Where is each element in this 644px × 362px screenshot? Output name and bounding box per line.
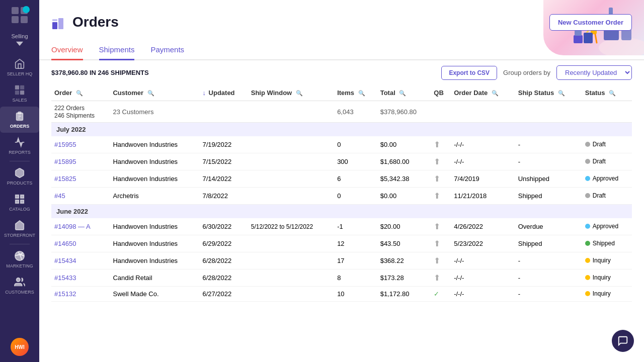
cell-ship-window xyxy=(248,170,334,188)
chat-button[interactable] xyxy=(612,330,634,352)
shipment-summary: $378,960.80 IN 246 SHIPMENTS xyxy=(51,69,435,76)
order-link[interactable]: #15825 xyxy=(54,175,76,183)
sidebar-item-storefront[interactable]: STOREFRONT xyxy=(0,216,39,242)
qb-check-icon: ✓ xyxy=(434,290,439,298)
order-link[interactable]: #15132 xyxy=(54,290,76,298)
total-search-icon[interactable]: 🔍 xyxy=(399,90,406,96)
cell-order: #15434 xyxy=(51,252,110,269)
cell-qb: ⬆ xyxy=(431,136,451,153)
sales-label: SALES xyxy=(12,98,27,103)
qb-upload-icon: ⬆ xyxy=(434,256,440,265)
export-csv-button[interactable]: Export to CSV xyxy=(441,66,497,80)
tab-shipments[interactable]: Shipments xyxy=(99,40,135,60)
cell-order: #15433 xyxy=(51,269,110,287)
status-text: Draft xyxy=(593,158,606,165)
col-total: Total 🔍 xyxy=(377,85,431,101)
order-link[interactable]: #45 xyxy=(54,192,65,200)
cell-ship-status: - xyxy=(515,287,582,302)
order-link[interactable]: #15895 xyxy=(54,158,76,165)
status-badge: Approved xyxy=(585,175,618,182)
products-icon xyxy=(14,167,25,178)
sidebar-item-orders[interactable]: ORDERS xyxy=(0,107,39,133)
order-link[interactable]: #14650 xyxy=(54,240,76,247)
sidebar-item-products[interactable]: PRODUCTS xyxy=(0,163,39,190)
updated-sort-icon[interactable]: ↓ xyxy=(202,89,206,97)
cell-updated: 6/27/2022 xyxy=(199,287,248,302)
customers-label: CUSTOMERS xyxy=(5,290,34,295)
qb-upload-icon: ⬆ xyxy=(434,192,440,200)
group-by-select[interactable]: Recently Updated xyxy=(556,65,632,80)
svg-rect-0 xyxy=(12,7,19,14)
avatar-initials: HWI xyxy=(15,344,24,350)
cell-items: 300 xyxy=(334,153,377,170)
ship-status-search-icon[interactable]: 🔍 xyxy=(558,90,565,96)
sidebar-item-marketing[interactable]: MARKETING xyxy=(0,246,39,273)
cell-status: Shipped xyxy=(582,235,632,252)
order-link[interactable]: #14098 — A xyxy=(54,223,91,230)
summary-items: 6,043 xyxy=(334,101,377,123)
status-dot xyxy=(585,176,590,181)
svg-point-20 xyxy=(599,38,644,55)
cell-ship-window xyxy=(248,188,334,205)
svg-rect-2 xyxy=(12,16,19,23)
cell-customer: Handwoven Industries xyxy=(110,252,199,269)
cell-status: Approved xyxy=(582,170,632,188)
customer-search-icon[interactable]: 🔍 xyxy=(147,90,154,96)
status-dot xyxy=(585,193,590,198)
cell-order: #15132 xyxy=(51,287,110,302)
status-dot xyxy=(585,275,590,280)
table-row: #45 Archetris 7/8/2022 0 $0.00 ⬆ 11/21/2… xyxy=(51,188,632,205)
status-text: Approved xyxy=(593,175,618,182)
sidebar-item-customers[interactable]: CUSTOMERS xyxy=(0,273,39,299)
status-dot xyxy=(585,291,590,296)
cell-customer: Archetris xyxy=(110,188,199,205)
cell-order: #15825 xyxy=(51,170,110,188)
cell-customer: Handwoven Industries xyxy=(110,153,199,170)
order-date-search-icon[interactable]: 🔍 xyxy=(492,90,499,96)
selling-dropdown[interactable]: Selling xyxy=(8,30,31,50)
cell-order-date: -/-/- xyxy=(451,287,515,302)
user-avatar[interactable]: HWI xyxy=(11,338,29,356)
table-row: #14098 — A Handwoven Industries 6/30/202… xyxy=(51,218,632,235)
cell-qb: ✓ xyxy=(431,287,451,302)
marketing-label: MARKETING xyxy=(6,263,33,268)
cell-items: 0 xyxy=(334,136,377,153)
cell-status: Draft xyxy=(582,136,632,153)
cell-qb: ⬆ xyxy=(431,188,451,205)
summary-total: $378,960.80 xyxy=(377,101,431,123)
cell-updated: 6/28/2022 xyxy=(199,269,248,287)
cell-order-date: -/-/- xyxy=(451,153,515,170)
catalog-icon xyxy=(14,194,25,205)
notification-bubble xyxy=(23,6,30,13)
col-qb: QB xyxy=(431,85,451,101)
table-row: #15895 Handwoven Industries 7/15/2022 30… xyxy=(51,153,632,170)
cell-customer: Handwoven Industries xyxy=(110,170,199,188)
cell-ship-status: - xyxy=(515,269,582,287)
tab-overview[interactable]: Overview xyxy=(51,40,83,60)
orders-logo-icon xyxy=(51,14,67,30)
col-status: Status 🔍 xyxy=(582,85,632,101)
cell-updated: 7/8/2022 xyxy=(199,188,248,205)
ship-window-search-icon[interactable]: 🔍 xyxy=(296,90,303,96)
tab-payments[interactable]: Payments xyxy=(150,40,184,60)
sidebar-item-seller-hq[interactable]: SELLER HQ xyxy=(0,54,39,80)
cell-customer: Handwoven Industries xyxy=(110,218,199,235)
qb-upload-icon: ⬆ xyxy=(434,157,440,166)
sidebar-item-catalog[interactable]: CATALOG xyxy=(0,190,39,216)
cell-ship-status: Unshipped xyxy=(515,170,582,188)
order-link[interactable]: #15955 xyxy=(54,141,76,148)
order-link[interactable]: #15433 xyxy=(54,274,76,282)
products-label: PRODUCTS xyxy=(7,180,33,186)
cell-status: Inquiry xyxy=(582,287,632,302)
status-search-icon[interactable]: 🔍 xyxy=(609,90,616,96)
cell-items: 17 xyxy=(334,252,377,269)
sidebar-item-sales[interactable]: SALES xyxy=(0,80,39,107)
items-search-icon[interactable]: 🔍 xyxy=(358,90,365,96)
order-search-icon[interactable]: 🔍 xyxy=(76,90,83,96)
cell-qb: ⬆ xyxy=(431,252,451,269)
cell-status: Inquiry xyxy=(582,252,632,269)
sidebar-item-reports[interactable]: REPORTS xyxy=(0,133,39,159)
order-link[interactable]: #15434 xyxy=(54,257,76,264)
status-badge: Draft xyxy=(585,158,606,165)
new-customer-order-button[interactable]: New Customer Order xyxy=(549,14,632,31)
